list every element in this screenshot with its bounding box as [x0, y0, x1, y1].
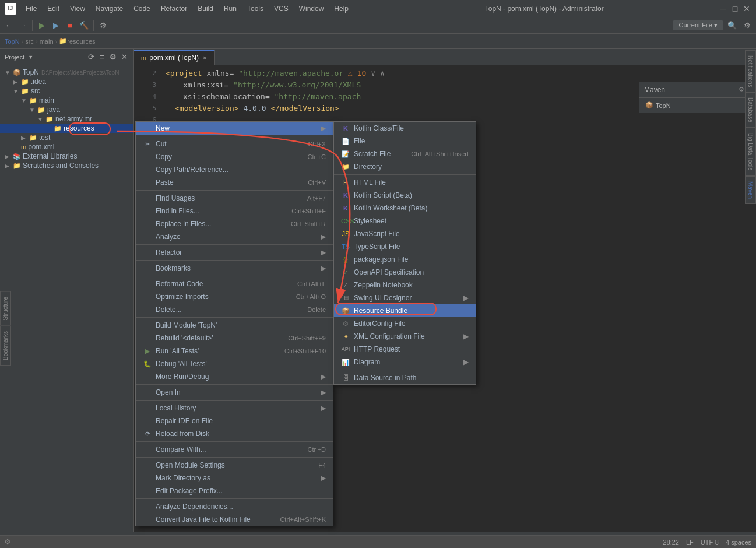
ctx2-item-openapi[interactable]: ✓ OpenAPI Specification: [334, 266, 476, 279]
ctx-item-cut[interactable]: ✂ Cut Ctrl+X: [136, 138, 333, 150]
tree-item-test[interactable]: ▶ 📁 test: [0, 133, 133, 142]
tab-close-icon[interactable]: ✕: [202, 55, 207, 61]
menu-tools[interactable]: Tools: [242, 3, 268, 14]
context-menu-2[interactable]: K Kotlin Class/File 📄 File 📝 Scratch Fil…: [333, 121, 476, 385]
menu-window[interactable]: Window: [294, 3, 329, 14]
maven-topn-item[interactable]: 📦 TopN: [644, 100, 751, 110]
ctx2-item-http-request[interactable]: API HTTP Request: [334, 343, 476, 356]
ctx2-item-data-source[interactable]: 🗄 Data Source in Path: [334, 371, 476, 384]
cursor-position[interactable]: 28:22: [663, 539, 679, 546]
ctx2-item-kotlin-class[interactable]: K Kotlin Class/File: [334, 122, 476, 135]
ctx-item-rebuild[interactable]: Rebuild '<default>' Ctrl+Shift+F9: [136, 332, 333, 345]
ctx-item-reformat[interactable]: Reformat Code Ctrl+Alt+L: [136, 277, 333, 290]
sidebar-settings-icon[interactable]: ⚙: [108, 52, 118, 62]
menu-code[interactable]: Code: [129, 3, 155, 14]
ctx-item-reload[interactable]: ⟳ Reload from Disk: [136, 427, 333, 440]
ctx-item-run-tests[interactable]: ▶ Run 'All Tests' Ctrl+Shift+F10: [136, 345, 333, 357]
ctx2-item-resource-bundle[interactable]: 📦 Resource Bundle: [334, 304, 476, 317]
encoding[interactable]: UTF-8: [701, 539, 719, 546]
ctx-item-convert-kotlin[interactable]: Convert Java File to Kotlin File Ctrl+Al…: [136, 513, 333, 526]
maximize-button[interactable]: □: [730, 4, 740, 13]
ctx-item-debug-tests[interactable]: 🐛 Debug 'All Tests': [136, 357, 333, 370]
run-button[interactable]: ▶: [36, 19, 48, 32]
menu-refactor[interactable]: Refactor: [156, 3, 192, 14]
indent-info[interactable]: 4 spaces: [726, 539, 751, 546]
ctx-item-compare-with[interactable]: Compare With... Ctrl+D: [136, 443, 333, 456]
menu-edit[interactable]: Edit: [43, 3, 64, 14]
ctx2-item-package-json[interactable]: {} package.json File: [334, 253, 476, 266]
ctx2-item-kotlin-script[interactable]: K Kotlin Script (Beta): [334, 189, 476, 202]
ctx-item-repair-ide[interactable]: Repair IDE on File: [136, 414, 333, 427]
build-button[interactable]: 🔨: [78, 19, 90, 32]
sidebar-close-icon[interactable]: ✕: [119, 52, 129, 62]
sidebar-dropdown-icon[interactable]: ▼: [28, 54, 33, 60]
close-button[interactable]: ✕: [742, 4, 751, 13]
debug-button[interactable]: ▶: [50, 19, 62, 32]
ctx-item-new[interactable]: New ▶: [136, 122, 333, 135]
stop-button[interactable]: ■: [64, 19, 76, 32]
ctx-item-copy[interactable]: Copy Ctrl+C: [136, 150, 333, 163]
sidebar-sync-icon[interactable]: ⟳: [86, 52, 96, 62]
ctx2-item-html[interactable]: H HTML File: [334, 176, 476, 189]
tree-item-topn[interactable]: ▼ 📦 TopN D:\Projects\IdeaProjects\TopN: [0, 68, 133, 77]
ctx2-item-scratch[interactable]: 📝 Scratch File Ctrl+Alt+Shift+Insert: [334, 147, 476, 160]
context-menu-1[interactable]: New ▶ ✂ Cut Ctrl+X Copy Ctrl+C Copy Path…: [135, 121, 333, 526]
menu-file[interactable]: File: [21, 3, 41, 14]
database-tab[interactable]: Database: [745, 92, 756, 128]
ctx2-item-typescript[interactable]: TS TypeScript File: [334, 240, 476, 253]
ctx-item-refactor[interactable]: Refactor ▶: [136, 246, 333, 259]
search-everywhere-button[interactable]: 🔍: [726, 19, 739, 32]
menu-navigate[interactable]: Navigate: [91, 3, 128, 14]
ctx-item-bookmarks[interactable]: Bookmarks ▶: [136, 262, 333, 275]
ctx2-item-swing-ui[interactable]: 🖥 Swing UI Designer ▶: [334, 291, 476, 304]
ctx2-item-file[interactable]: 📄 File: [334, 135, 476, 147]
ctx-item-build-module[interactable]: Build Module 'TopN': [136, 319, 333, 332]
breadcrumb-src[interactable]: src: [25, 38, 34, 45]
maven-settings-icon[interactable]: ⚙: [739, 86, 744, 93]
ctx-item-local-history[interactable]: Local History ▶: [136, 402, 333, 414]
ctx2-item-editorconfig[interactable]: ⚙ EditorConfig File: [334, 317, 476, 330]
menu-build[interactable]: Build: [193, 3, 218, 14]
ctx2-item-xml-config[interactable]: ✦ XML Configuration File ▶: [334, 330, 476, 343]
ctx-item-optimize[interactable]: Optimize Imports Ctrl+Alt+O: [136, 290, 333, 303]
menu-vcs[interactable]: VCS: [269, 3, 293, 14]
tree-item-main[interactable]: ▼ 📁 main: [0, 96, 133, 105]
ctx2-item-diagram[interactable]: 📊 Diagram ▶: [334, 356, 476, 368]
ctx-item-find-in-files[interactable]: Find in Files... Ctrl+Shift+F: [136, 205, 333, 217]
ctx2-item-kotlin-worksheet[interactable]: K Kotlin Worksheet (Beta): [334, 202, 476, 215]
ctx-item-mark-dir[interactable]: Mark Directory as ▶: [136, 472, 333, 484]
sidebar-collapse-icon[interactable]: ≡: [97, 52, 107, 62]
ctx-item-replace-in-files[interactable]: Replace in Files... Ctrl+Shift+R: [136, 217, 333, 230]
ctx-item-analyze-deps[interactable]: Analyze Dependencies...: [136, 500, 333, 513]
maven-side-tab[interactable]: Maven: [745, 176, 756, 204]
tree-item-src[interactable]: ▼ 📁 src: [0, 86, 133, 96]
structure-tab[interactable]: Structure: [0, 291, 11, 326]
current-file-dropdown[interactable]: Current File ▾: [673, 20, 723, 30]
back-button[interactable]: ←: [2, 19, 15, 32]
line-ending[interactable]: LF: [686, 539, 694, 546]
settings-button-2[interactable]: ⚙: [741, 19, 754, 32]
breadcrumb-main[interactable]: main: [40, 38, 54, 45]
ctx-item-open-in[interactable]: Open In ▶: [136, 386, 333, 399]
ctx2-item-zeppelin[interactable]: Z Zeppelin Notebook: [334, 279, 476, 291]
ctx2-item-stylesheet[interactable]: CSS Stylesheet: [334, 215, 476, 227]
ctx-item-paste[interactable]: Paste Ctrl+V: [136, 176, 333, 189]
tree-item-net-army[interactable]: ▼ 📁 net.army.mr: [0, 114, 133, 124]
breadcrumb-topn[interactable]: TopN: [5, 38, 20, 45]
menu-view[interactable]: View: [65, 3, 90, 14]
ctx2-item-javascript[interactable]: JS JavaScript File: [334, 227, 476, 240]
ctx-item-delete[interactable]: Delete... Delete: [136, 303, 333, 316]
tree-item-external-libs[interactable]: ▶ 📚 External Libraries: [0, 152, 133, 161]
ctx-item-copy-path[interactable]: Copy Path/Reference...: [136, 163, 333, 176]
ctx-item-analyze[interactable]: Analyze ▶: [136, 230, 333, 243]
bookmarks-tab[interactable]: Bookmarks: [0, 326, 11, 366]
big-data-tools-tab[interactable]: Big Data Tools: [745, 128, 756, 175]
settings-button[interactable]: ⚙: [97, 19, 110, 32]
menu-help[interactable]: Help: [329, 3, 353, 14]
forward-button[interactable]: →: [16, 19, 29, 32]
tree-item-idea[interactable]: ▶ 📁 .idea: [0, 77, 133, 86]
ctx-item-module-settings[interactable]: Open Module Settings F4: [136, 459, 333, 472]
ctx-item-find-usages[interactable]: Find Usages Alt+F7: [136, 192, 333, 205]
minimize-button[interactable]: ─: [719, 4, 728, 13]
ctx2-item-directory[interactable]: 📁 Directory: [334, 160, 476, 173]
